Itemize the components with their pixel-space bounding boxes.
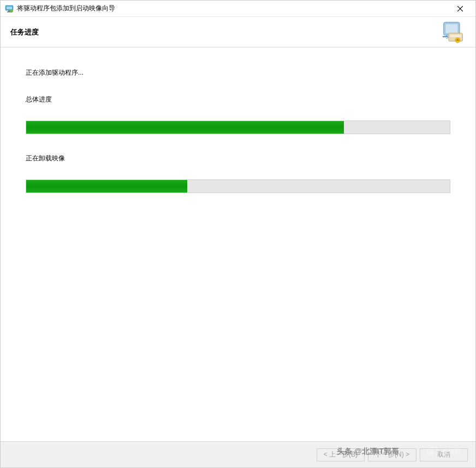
current-progress-fill — [26, 180, 187, 193]
status-text: 正在添加驱动程序... — [26, 68, 450, 77]
svg-rect-10 — [450, 34, 461, 37]
app-icon — [5, 4, 14, 13]
wizard-window: 将驱动程序包添加到启动映像向导 任务进度 正在添加驱动程序... 总体 — [0, 0, 476, 468]
wizard-content: 正在添加驱动程序... 总体进度 正在卸载映像 — [1, 47, 475, 441]
next-button[interactable]: 下一步(N) > — [368, 448, 416, 461]
svg-point-4 — [10, 9, 13, 13]
wizard-header: 任务进度 — [1, 17, 475, 47]
svg-rect-13 — [456, 39, 460, 40]
wizard-footer: < 上一步(B) 下一步(N) > 取消 — [1, 441, 475, 467]
svg-rect-1 — [7, 7, 12, 9]
close-button[interactable] — [449, 1, 471, 16]
wizard-header-icon — [442, 20, 466, 44]
current-progress-bar — [26, 179, 450, 193]
current-progress-label: 正在卸载映像 — [26, 154, 450, 163]
overall-progress-fill — [26, 121, 344, 134]
cancel-button[interactable]: 取消 — [420, 448, 468, 461]
back-button[interactable]: < 上一步(B) — [317, 448, 365, 461]
titlebar: 将驱动程序包添加到启动映像向导 — [1, 1, 475, 17]
svg-rect-8 — [445, 24, 457, 33]
page-title: 任务进度 — [10, 27, 39, 37]
overall-progress-bar — [26, 121, 450, 134]
overall-progress-label: 总体进度 — [26, 95, 450, 104]
window-title: 将驱动程序包添加到启动映像向导 — [17, 4, 449, 13]
